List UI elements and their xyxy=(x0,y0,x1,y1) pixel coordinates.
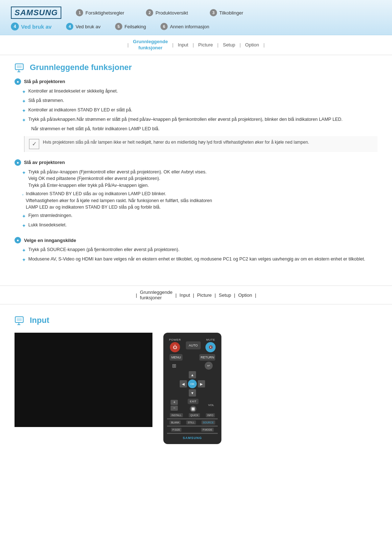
nav-item-5[interactable]: 5 Feilsøking xyxy=(115,23,146,30)
bullet-icon: ✦ xyxy=(22,247,26,254)
auto-button[interactable]: AUTO xyxy=(186,341,201,349)
return-button[interactable]: RETURN xyxy=(199,354,215,361)
quick-button[interactable]: QUICK xyxy=(189,413,200,417)
nav-item-1[interactable]: 1 Forsiktighetsregler xyxy=(76,9,124,16)
list-text: Kontroller at indikatoren STAND BY LED e… xyxy=(28,107,132,114)
list-item: ✦ Kontroller at indikatoren STAND BY LED… xyxy=(22,107,377,115)
tab-setup-mid[interactable]: Setup xyxy=(219,292,231,298)
nav-label-2: Produktoversikt xyxy=(155,10,188,16)
list-item: ✦ Trykk på på/av–knappen (Fjernkontroll … xyxy=(22,169,377,189)
exit-button[interactable]: EXIT xyxy=(188,399,199,404)
subsection-label-1: Slå på projektoren xyxy=(24,79,65,84)
nav-left-button[interactable]: ◀ xyxy=(180,380,187,387)
install-button[interactable]: INSTALL xyxy=(170,413,183,417)
psize-button[interactable]: P.SIZE xyxy=(171,428,181,432)
nav-item-2[interactable]: 2 Produktoversikt xyxy=(146,9,188,16)
nav-item-4b[interactable]: 4 Ved bruk av xyxy=(66,23,101,30)
nav-num-6: 6 xyxy=(160,23,168,30)
subsection-title-1: ● Slå på projektoren xyxy=(15,78,377,85)
sla-av-list: ✦ Trykk på på/av–knappen (Fjernkontroll … xyxy=(15,169,377,230)
power-label: POWER xyxy=(169,338,181,341)
tab-bar-top: | Grunnleggende funksjoner | Input | Pic… xyxy=(0,35,392,55)
nav-item-3[interactable]: 3 Tilkoblinger xyxy=(210,9,243,16)
power-button[interactable]: ⏻ xyxy=(170,342,180,352)
mid-sep-4: | xyxy=(234,292,235,298)
blank-button[interactable]: BLANK xyxy=(170,420,181,424)
subsection-label-3: Velge en inngangskilde xyxy=(24,238,76,243)
info-button[interactable]: INFO xyxy=(206,413,215,417)
nav-label-3: Tilkoblinger xyxy=(219,10,243,16)
tab-option-top[interactable]: Option xyxy=(245,42,259,48)
source-small-button[interactable]: ⬜ xyxy=(190,406,196,412)
list-text: Lukk linsedekselet. xyxy=(28,222,67,229)
tab-picture-top[interactable]: Picture xyxy=(198,42,213,48)
samsung-remote-label: SAMSUNG xyxy=(167,436,218,440)
pmode-button[interactable]: P.MODE xyxy=(201,428,214,432)
grunnleggende-header: Grunnleggende funksjoner xyxy=(15,62,377,73)
tab-option-mid[interactable]: Option xyxy=(238,292,252,298)
vol-exit-row: + − EXIT ⬜ VOL xyxy=(167,398,218,412)
nav-up-button[interactable]: ▲ xyxy=(189,371,196,378)
samsung-logo: SAMSUNG xyxy=(11,7,61,19)
tab-input-top[interactable]: Input xyxy=(178,42,188,48)
remote-divider xyxy=(167,418,218,419)
nav-item-6[interactable]: 6 Annen informasjon xyxy=(160,23,209,30)
vol-minus-button[interactable]: − xyxy=(171,406,178,411)
header-bottom: 4 Ved bruk av 4 Ved bruk av 5 Feilsøking… xyxy=(11,22,381,30)
tab-input-mid[interactable]: Input xyxy=(180,292,190,298)
tab-setup-top[interactable]: Setup xyxy=(223,42,235,48)
list-item: ◦ Indikatoren STAND BY LED slås av og in… xyxy=(22,190,377,211)
source-button[interactable]: SOURCE xyxy=(201,420,215,424)
mute-button[interactable]: 🔇 xyxy=(205,342,216,352)
return-icon-button[interactable]: ↩ xyxy=(205,362,213,370)
vol-plus-button[interactable]: + xyxy=(171,400,178,405)
vol-label-col: VOL xyxy=(208,403,214,407)
tab-picture-mid[interactable]: Picture xyxy=(197,292,212,298)
nav-num-5: 5 xyxy=(115,23,122,30)
sla-pa-list: ✦ Kontroller at linsedekselet er skikkel… xyxy=(15,88,377,124)
list-item: ✦ Lukk linsedekselet. xyxy=(22,222,377,230)
subsection-velge: ● Velge en inngangskilde ✦ Trykk på SOUR… xyxy=(15,237,377,264)
menu-return-row: MENU RETURN xyxy=(167,353,218,361)
subsection-sla-av: ● Slå av projektoren ✦ Trykk på på/av–kn… xyxy=(15,159,377,230)
current-section-top: Grunnleggende funksjoner xyxy=(133,39,168,51)
nav-num-active: 4 xyxy=(11,22,19,30)
list-text: Fjern strømledningen. xyxy=(28,212,73,219)
header-top: SAMSUNG 1 Forsiktighetsregler 2 Produkto… xyxy=(11,7,381,19)
nav-label-6: Annen informasjon xyxy=(170,24,209,29)
bullet-icon: ✦ xyxy=(22,98,26,105)
grunnleggende-title: Grunnleggende funksjoner xyxy=(30,63,132,72)
svg-rect-1 xyxy=(17,65,22,68)
nav-right-button[interactable]: ▶ xyxy=(198,380,205,387)
input-section-icon xyxy=(15,315,26,325)
still-button[interactable]: STILL xyxy=(186,420,196,424)
mute-label: MUTE xyxy=(206,338,215,341)
menu-button[interactable]: MENU xyxy=(170,354,183,361)
subsection-title-2: ● Slå av projektoren xyxy=(15,159,377,166)
nav-row-bottom: 4 Ved bruk av 5 Feilsøking 6 Annen infor… xyxy=(66,23,381,30)
section-icon xyxy=(15,62,26,73)
bullet-icon: ✦ xyxy=(22,169,26,177)
input-content: POWER ⏻ AUTO MUTE 🔇 MENU RETURN xyxy=(15,333,377,444)
nav-down-button[interactable]: ▼ xyxy=(189,389,196,397)
tab-sep-2: | xyxy=(193,42,194,48)
nav-num-2: 2 xyxy=(146,9,153,16)
nav-item-active[interactable]: 4 Ved bruk av xyxy=(11,22,52,30)
check-icon: ✓ xyxy=(29,139,39,149)
lamp-led-note: Når strømmen er helt slått på, forblir i… xyxy=(31,126,377,132)
mid-sep-3: | xyxy=(215,292,216,298)
mid-sep-5: | xyxy=(255,292,256,298)
ok-button[interactable]: OK xyxy=(188,379,197,388)
subsection-title-3: ● Velge en inngangskilde xyxy=(15,237,377,243)
bullet-num-2: ● xyxy=(15,159,21,166)
bullet-icon: ✦ xyxy=(22,222,26,230)
tab-separator-left: | xyxy=(127,42,128,48)
subsection-sla-pa: ● Slå på projektoren ✦ Kontroller at lin… xyxy=(15,78,377,152)
bullet-icon: ✦ xyxy=(22,107,26,115)
bullet-icon: ✦ xyxy=(22,256,26,264)
psize-pmode-row: P.SIZE P.MODE xyxy=(167,428,218,432)
nav-num-4b: 4 xyxy=(66,23,73,30)
tab-sep-1: | xyxy=(172,42,173,48)
nav-label-active: Ved bruk av xyxy=(21,24,52,30)
list-text: Trykk på SOURCE-knappen (på fjernkontrol… xyxy=(28,246,179,253)
